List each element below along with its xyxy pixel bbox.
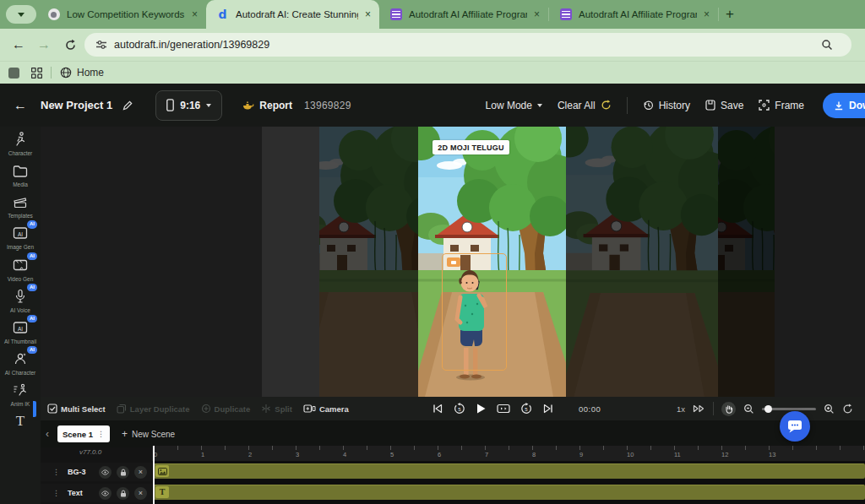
visibility-toggle[interactable] (99, 487, 112, 500)
sidebar-item-label: AI Character (5, 370, 36, 376)
zoom-page-icon[interactable] (821, 39, 833, 51)
sidebar-item-video-gen[interactable]: AI Video Gen (0, 257, 41, 282)
reset-zoom-icon[interactable] (842, 404, 853, 415)
sidebar-item-ai-character[interactable]: AI AI Character (0, 350, 41, 376)
tab-title: Low Competition Keywords Gu (67, 9, 185, 19)
svg-text:AI: AI (18, 325, 23, 331)
visibility-toggle[interactable] (99, 466, 112, 479)
close-icon[interactable]: × (192, 9, 198, 19)
side-panel-icon[interactable] (8, 68, 19, 79)
clear-all-button[interactable]: Clear All (558, 100, 612, 111)
reload-icon[interactable] (64, 39, 77, 51)
clip-bg3[interactable] (154, 463, 865, 479)
timeline-ruler[interactable]: 0 1 2 3 4 5 6 7 8 9 10 11 12 13 (152, 446, 865, 461)
sidebar-item-image-gen[interactable]: AI AI Image Gen (0, 225, 41, 250)
lock-toggle[interactable] (117, 466, 129, 479)
zoom-in-icon[interactable] (824, 404, 835, 415)
generation-id: 13969829 (304, 100, 351, 111)
drag-handle-icon[interactable]: ⋮ (52, 489, 60, 497)
split-icon (261, 404, 271, 414)
download-button[interactable]: Download (823, 93, 865, 118)
tab-affiliate-1[interactable]: Autodraft AI Affiliate Program × (379, 0, 548, 29)
plus-icon: + (122, 428, 128, 440)
track-header-bg3[interactable]: ⋮ BG-3 × (41, 463, 152, 481)
slider-knob[interactable] (764, 405, 772, 413)
sidebar-item-media[interactable]: Media (0, 162, 41, 187)
skip-start-icon[interactable] (432, 403, 443, 415)
drag-handle-icon[interactable]: ⋮ (52, 468, 60, 476)
new-tab-button[interactable]: + (719, 3, 741, 25)
scenes-collapse-icon[interactable]: ‹ (46, 428, 49, 440)
scene-tab-1[interactable]: Scene 1 ⋮ (57, 425, 110, 442)
app-window: Low Competition Keywords Gu × d Autodraf… (0, 0, 865, 504)
close-icon[interactable]: × (365, 9, 371, 19)
scene-tab-label: Scene 1 (63, 430, 93, 439)
editor-back-icon[interactable]: ← (14, 98, 27, 113)
forward-5s-icon[interactable]: 5 (520, 403, 532, 415)
back-icon[interactable]: ← (12, 37, 25, 52)
skip-end-icon[interactable] (542, 403, 554, 415)
history-icon (643, 100, 654, 111)
tab-keywords[interactable]: Low Competition Keywords Gu × (37, 0, 206, 29)
bookmark-home[interactable]: Home (77, 67, 104, 79)
address-bar[interactable]: autodraft.in/generation/13969829 (84, 33, 851, 57)
playhead[interactable] (153, 446, 155, 504)
scene-menu-icon[interactable]: ⋮ (97, 430, 105, 438)
editor-canvas[interactable]: 2D MOJI TELUGU (41, 127, 865, 397)
history-button[interactable]: History (643, 100, 690, 111)
report-button[interactable]: Report (259, 100, 292, 111)
list-favicon-icon (389, 8, 402, 21)
split-button[interactable]: Split (261, 404, 292, 414)
close-icon[interactable]: × (704, 9, 710, 19)
lock-toggle[interactable] (117, 487, 129, 500)
multi-select-icon (47, 404, 57, 414)
chevron-down-icon (206, 104, 211, 107)
delete-track-button[interactable]: × (134, 466, 147, 479)
track-header-text[interactable]: ⋮ Text × (41, 484, 152, 502)
scene-frame-active[interactable]: 2D MOJI TELUGU (418, 127, 566, 397)
duplicate-icon (201, 404, 211, 414)
scene-frame-next[interactable] (566, 127, 718, 397)
selection-box[interactable] (442, 253, 507, 371)
clip-text[interactable]: T (154, 485, 865, 500)
ruler-tick: 11 (674, 451, 681, 458)
ruler-tick: 12 (721, 451, 728, 458)
multi-select-button[interactable]: Multi Select (47, 404, 106, 414)
scene-frame-previous[interactable] (319, 127, 418, 397)
bookmarks-separator (51, 67, 52, 79)
tab-affiliate-2[interactable]: Autodraft AI Affiliate Program × (549, 0, 718, 29)
tab-search-button[interactable] (6, 5, 36, 24)
new-scene-button[interactable]: + New Scene (122, 428, 175, 440)
save-button[interactable]: Save (705, 100, 743, 111)
aspect-ratio-select[interactable]: 9:16 (155, 90, 222, 121)
camera-button[interactable]: Camera (303, 404, 349, 414)
tab-autodraft-editor[interactable]: d Autodraft AI: Create Stunning A × (206, 0, 379, 29)
storyboard-icon[interactable] (497, 403, 510, 415)
delete-track-button[interactable]: × (134, 487, 147, 500)
zoom-out-icon[interactable] (743, 404, 754, 415)
sidebar-item-ai-voice[interactable]: AI AI Voice (0, 288, 41, 313)
sidebar-item-character[interactable]: Character (0, 131, 41, 156)
layer-duplicate-button[interactable]: Layer Duplicate (117, 404, 190, 414)
chat-support-button[interactable] (780, 411, 810, 442)
selection-tag[interactable] (447, 257, 460, 267)
pan-hand-button[interactable] (721, 402, 736, 416)
ruler-tick: 13 (769, 451, 775, 458)
frame-button[interactable]: Frame (759, 100, 804, 111)
scene-caption[interactable]: 2D MOJI TELUGU (432, 140, 509, 154)
low-mode-select[interactable]: Low Mode (486, 100, 542, 111)
sidebar-item-templates[interactable]: Templates (0, 193, 41, 219)
apps-grid-icon[interactable] (31, 68, 42, 79)
playback-speed[interactable]: 1x (677, 404, 685, 414)
play-icon[interactable] (476, 403, 487, 415)
rewind-5s-icon[interactable]: 5 (454, 403, 465, 415)
close-icon[interactable]: × (534, 9, 540, 19)
forward-icon[interactable]: → (37, 37, 51, 52)
duplicate-button[interactable]: Duplicate (201, 404, 251, 414)
fast-forward-icon[interactable] (693, 404, 705, 413)
edit-pencil-icon[interactable] (122, 100, 133, 111)
sidebar-item-ai-thumbnail[interactable]: AI AI AI Thumbnail (0, 319, 41, 344)
site-info-icon[interactable] (95, 39, 107, 51)
timeline-zoom-slider[interactable] (762, 408, 816, 410)
ruler-tick: 2 (248, 451, 252, 458)
